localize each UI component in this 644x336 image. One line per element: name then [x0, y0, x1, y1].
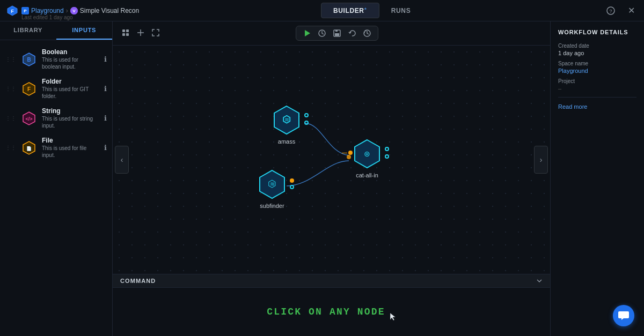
svg-text:📄: 📄 [26, 146, 32, 151]
sidebar-item-file[interactable]: ⋮⋮ 📄 File This is used for file input. ℹ [0, 133, 112, 162]
cat-input-connector [342, 151, 353, 155]
sidebar-tabs: LIBRARY INPUTS [0, 21, 112, 40]
workflow-details-panel: WORKFLOW DETAILS Created date 1 day ago … [550, 21, 644, 336]
file-text: File This is used for file input. [42, 137, 99, 159]
amass-label: amass [278, 138, 295, 145]
cat-output-top[interactable] [385, 147, 389, 151]
svg-rect-17 [126, 29, 129, 32]
action-controls [296, 26, 378, 41]
svg-rect-18 [122, 33, 125, 36]
cross-layout-button[interactable] [134, 28, 147, 39]
file-name: File [42, 137, 99, 144]
subfinder-label: subfinder [260, 203, 284, 209]
main-layout: LIBRARY INPUTS ⋮⋮ B Boolean This is used… [0, 21, 644, 336]
cat-input-dot[interactable] [348, 151, 353, 155]
node-subfinder[interactable]: ⬡ ≋ subfinder [257, 169, 288, 209]
sidebar-item-boolean[interactable]: ⋮⋮ B Boolean This is used for boolean in… [0, 44, 112, 74]
svg-rect-16 [122, 29, 125, 32]
boolean-info[interactable]: ℹ [104, 55, 107, 63]
page-icon: V [70, 7, 78, 14]
top-bar-left: F P Playground › V Simple Visual Recon [6, 5, 139, 17]
svg-text:?: ? [609, 9, 612, 14]
created-date-row: Created date 1 day ago [558, 43, 636, 56]
workflow-canvas[interactable]: ‹ › ⬡ ≋ [113, 46, 550, 274]
svg-text:⊛: ⊛ [364, 150, 370, 158]
sidebar-item-folder[interactable]: ⋮⋮ F Folder This is used for GIT folder.… [0, 74, 112, 103]
folder-name: Folder [42, 78, 99, 85]
sidebar-tab-library[interactable]: LIBRARY [0, 21, 56, 40]
chat-bubble[interactable] [613, 305, 634, 326]
folder-info[interactable]: ℹ [104, 85, 107, 93]
svg-rect-25 [335, 33, 339, 36]
amass-output-bottom[interactable] [304, 121, 309, 125]
sidebar-item-string[interactable]: ⋮⋮ </> String This is used for string in… [0, 103, 112, 133]
subfinder-output-bottom[interactable] [290, 185, 294, 189]
svg-text:≋: ≋ [284, 116, 289, 123]
boolean-name: Boolean [42, 48, 99, 56]
svg-text:B: B [27, 57, 31, 63]
subfinder-output-top[interactable] [290, 178, 294, 183]
drag-handle: ⋮⋮ [5, 145, 16, 151]
save-button[interactable] [331, 28, 343, 38]
nav-arrow-right[interactable]: › [534, 146, 548, 174]
app-logo[interactable]: F [6, 5, 18, 17]
tab-builder[interactable]: BUILDER+ [321, 3, 379, 18]
boolean-icon: B [21, 52, 36, 67]
drag-handle: ⋮⋮ [5, 86, 16, 92]
read-more-link[interactable]: Read more [558, 103, 587, 110]
canvas-toolbar [113, 21, 550, 46]
cat-output-bottom[interactable] [385, 154, 389, 159]
svg-rect-19 [126, 33, 129, 36]
node-cat-all-in[interactable]: ⊛ cat-all-in [352, 138, 383, 178]
string-name: String [42, 107, 99, 115]
amass-output-top[interactable] [304, 113, 309, 117]
command-label: COMMAND [120, 278, 156, 284]
svg-text:F: F [11, 8, 14, 13]
undo-button[interactable] [346, 28, 358, 38]
svg-text:P: P [24, 9, 27, 13]
svg-text:F: F [27, 86, 31, 92]
folder-text: Folder This is used for GIT folder. [42, 78, 99, 100]
grid-view-button[interactable] [119, 28, 132, 39]
help-button[interactable]: ? [604, 4, 617, 17]
file-info[interactable]: ℹ [104, 144, 107, 152]
svg-rect-26 [335, 30, 338, 32]
string-info[interactable]: ℹ [104, 114, 107, 122]
svg-text:≋: ≋ [270, 181, 275, 187]
space-name-value[interactable]: Playground [558, 68, 636, 74]
playground-breadcrumb[interactable]: Playground [31, 7, 64, 14]
project-row: Project – [558, 78, 636, 92]
connections-svg [113, 46, 550, 274]
sidebar-tab-inputs[interactable]: INPUTS [56, 21, 113, 40]
close-button[interactable]: ✕ [625, 4, 638, 17]
nav-arrow-left[interactable]: ‹ [115, 146, 129, 174]
playground-icon: P [21, 7, 29, 14]
tab-bar: BUILDER+ RUNS [321, 3, 422, 18]
page-breadcrumb: V Simple Visual Recon [70, 7, 140, 14]
space-name-row: Space name Playground [558, 61, 636, 74]
command-header[interactable]: COMMAND [113, 274, 550, 288]
file-desc: This is used for file input. [42, 145, 99, 159]
expand-button[interactable] [149, 28, 162, 39]
svg-text:V: V [72, 9, 76, 13]
cursor [390, 312, 396, 323]
tab-runs[interactable]: RUNS [379, 4, 422, 18]
history-button[interactable] [361, 28, 374, 38]
breadcrumb-separator: › [66, 7, 68, 14]
breadcrumb: P Playground › V Simple Visual Recon [21, 7, 139, 14]
boolean-desc: This is used for boolean input. [42, 56, 99, 70]
svg-point-28 [347, 155, 351, 159]
play-button[interactable] [301, 28, 313, 38]
folder-desc: This is used for GIT folder. [42, 86, 99, 100]
top-bar: F P Playground › V Simple Visual Recon [0, 0, 644, 21]
schedule-button[interactable] [316, 28, 328, 38]
file-icon: 📄 [21, 140, 36, 155]
node-amass[interactable]: ⬡ ≋ amass [271, 104, 302, 145]
panel-title: WORKFLOW DETAILS [558, 29, 636, 35]
cat-all-in-label: cat-all-in [356, 172, 378, 178]
sidebar: LIBRARY INPUTS ⋮⋮ B Boolean This is used… [0, 21, 113, 336]
drag-handle: ⋮⋮ [5, 115, 16, 121]
drag-handle: ⋮⋮ [5, 56, 16, 62]
layout-controls [119, 28, 162, 39]
space-name-label: Space name [558, 61, 636, 66]
